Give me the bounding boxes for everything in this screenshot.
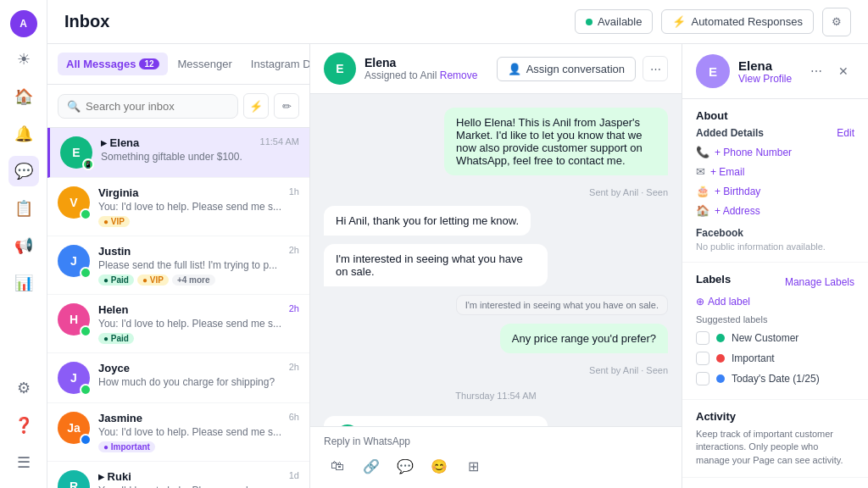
- label-checkbox[interactable]: [696, 372, 709, 385]
- search-input-wrap[interactable]: 🔍: [58, 94, 238, 119]
- suggested-label-date: Today's Date (1/25): [696, 369, 854, 389]
- search-input[interactable]: [86, 100, 229, 113]
- nav-icon-sun[interactable]: ☀: [8, 44, 39, 75]
- birthday-icon: 🎂: [696, 185, 709, 197]
- phone-detail: 📞 + Phone Number: [696, 142, 854, 162]
- suggested-label-new-customer: New Customer: [696, 328, 854, 348]
- nav-icon-bell[interactable]: 🔔: [8, 119, 39, 149]
- messages-container: Hello Elena! This is Anil from Jasper's …: [310, 94, 682, 426]
- filter-icon[interactable]: ⚡: [243, 93, 269, 119]
- search-icon: 🔍: [67, 100, 81, 113]
- channel-badge: [80, 325, 92, 337]
- content-area: All Messages 12 Messenger Instagram Dire…: [47, 44, 868, 488]
- nav-avatar[interactable]: A: [10, 10, 37, 37]
- compose-icon[interactable]: ✏: [274, 93, 299, 119]
- list-item[interactable]: J Justin 2h Please send the full list! I…: [47, 236, 309, 295]
- contact-name: Elena: [738, 58, 792, 73]
- label-checkbox[interactable]: [696, 352, 709, 365]
- nav-icon-inbox[interactable]: 💬: [8, 156, 39, 186]
- conv-info: Virginia 1h You: I'd love to help. Pleas…: [98, 186, 299, 227]
- main-area: Inbox Available ⚡ Automated Responses ⚙ …: [47, 0, 868, 488]
- conv-info: Justin 2h Please send the full list! I'm…: [98, 245, 299, 286]
- message-timestamp: Thursday 11:54 AM: [324, 391, 668, 401]
- added-details-label: Added Details: [696, 127, 764, 139]
- labels-header: Labels Manage Labels: [696, 273, 854, 291]
- phone-icon: 📞: [696, 146, 709, 158]
- nav-icon-help[interactable]: ❓: [8, 410, 39, 441]
- channel-badge: 📱: [82, 158, 94, 170]
- phone-add[interactable]: + Phone Number: [715, 147, 792, 158]
- conv-tags: ● Important: [98, 441, 299, 452]
- conv-tags: ● Paid: [98, 333, 299, 344]
- automated-responses-button[interactable]: ⚡ Automated Responses: [661, 9, 814, 34]
- chat-contact-name: Elena: [364, 56, 477, 69]
- nav-icon-menu[interactable]: ☰: [8, 447, 39, 478]
- message-sent-info: Sent by Anil · Seen: [324, 365, 668, 375]
- manage-labels-link[interactable]: Manage Labels: [785, 276, 854, 288]
- avatar: R: [58, 470, 90, 488]
- list-item[interactable]: J Joyce 2h How much do you charge for sh…: [47, 353, 309, 403]
- all-messages-badge: 12: [139, 58, 159, 69]
- message-preview: I'm interested in seeing what you have o…: [456, 295, 668, 315]
- add-label-button[interactable]: ⊕ Add label: [696, 296, 854, 308]
- conv-info: ▸ Ruki 1d You: I'd love to help. Please …: [98, 470, 299, 488]
- nav-icon-settings[interactable]: ⚙: [8, 373, 39, 403]
- message-out: Hello Elena! This is Anil from Jasper's …: [444, 108, 668, 175]
- chat-user-info: E Elena Assigned to Anil Remove: [324, 53, 477, 85]
- list-item[interactable]: R ▸ Ruki 1d You: I'd love to help. Pleas…: [47, 462, 309, 488]
- edit-button[interactable]: Edit: [837, 127, 854, 139]
- message-in: I'm interested in seeing what you have o…: [324, 244, 548, 286]
- chat-header: E Elena Assigned to Anil Remove 👤 Assign…: [310, 44, 682, 94]
- tab-all-messages[interactable]: All Messages 12: [58, 53, 168, 75]
- page-title: Inbox: [64, 12, 109, 31]
- close-icon[interactable]: ✕: [832, 60, 854, 82]
- email-icon: ✉: [696, 165, 705, 178]
- list-item[interactable]: V Virginia 1h You: I'd love to help. Ple…: [47, 178, 309, 236]
- list-item[interactable]: Ja Jasmine 6h You: I'd love to help. Ple…: [47, 403, 309, 462]
- right-panel: E Elena View Profile ⋯ ✕ About Added Det…: [682, 44, 868, 488]
- emoji-icon[interactable]: 😊: [426, 452, 453, 480]
- remove-assignment-link[interactable]: Remove: [440, 69, 478, 81]
- avatar: V: [58, 186, 90, 219]
- label-checkbox[interactable]: [696, 331, 709, 345]
- about-title: About: [696, 109, 854, 122]
- left-nav: A ☀ 🏠 🔔 💬 📋 📢 📊 ⚙ ❓ ☰: [0, 0, 47, 488]
- header-actions: Available ⚡ Automated Responses ⚙: [575, 8, 851, 36]
- assign-conversation-button[interactable]: 👤 Assign conversation: [497, 57, 636, 81]
- list-item[interactable]: E 📱 ▸ Elena 11:54 AM Something giftable …: [47, 128, 309, 178]
- nav-icon-megaphone[interactable]: 📢: [8, 230, 39, 261]
- gear-button[interactable]: ⚙: [822, 8, 851, 36]
- comment-icon[interactable]: 💬: [392, 452, 419, 480]
- label-dot-green: [716, 334, 725, 342]
- address-add[interactable]: + Address: [715, 205, 760, 217]
- more-icon[interactable]: ⋯: [805, 60, 827, 82]
- view-profile-link[interactable]: View Profile: [738, 73, 792, 85]
- avatar: E 📱: [60, 136, 92, 169]
- avatar: Ja: [58, 412, 90, 444]
- attachment-icon[interactable]: 🛍: [324, 452, 351, 480]
- list-item[interactable]: H Helen 2h You: I'd love to help. Please…: [47, 295, 309, 353]
- tab-instagram-direct[interactable]: Instagram Direct 5: [242, 53, 309, 75]
- automated-icon: ⚡: [672, 15, 686, 28]
- grid-icon[interactable]: ⊞: [459, 452, 487, 480]
- chat-assigned-info: Assigned to Anil Remove: [364, 69, 477, 81]
- avatar: H: [58, 303, 90, 336]
- message-sent-info: Sent by Anil · Seen: [324, 187, 668, 197]
- nav-icon-home[interactable]: 🏠: [8, 81, 39, 112]
- link-icon[interactable]: 🔗: [358, 452, 385, 480]
- email-add[interactable]: + Email: [710, 166, 744, 178]
- nav-icon-clipboard[interactable]: 📋: [8, 193, 39, 224]
- tab-messenger[interactable]: Messenger: [170, 53, 241, 75]
- available-button[interactable]: Available: [575, 9, 654, 34]
- conv-info: Helen 2h You: I'd love to help. Please s…: [98, 303, 299, 344]
- birthday-add[interactable]: + Birthday: [715, 186, 760, 197]
- more-options-icon[interactable]: ⋯: [643, 56, 668, 81]
- nav-icon-chart[interactable]: 📊: [8, 268, 39, 298]
- right-panel-header: E Elena View Profile ⋯ ✕: [682, 44, 868, 99]
- chat-avatar: E: [324, 53, 356, 85]
- avatar: J: [58, 362, 90, 394]
- chat-panel: E Elena Assigned to Anil Remove 👤 Assign…: [310, 44, 682, 488]
- suggested-label-important: Important: [696, 348, 854, 369]
- channel-badge: [80, 208, 92, 220]
- activity-title: Activity: [696, 410, 854, 423]
